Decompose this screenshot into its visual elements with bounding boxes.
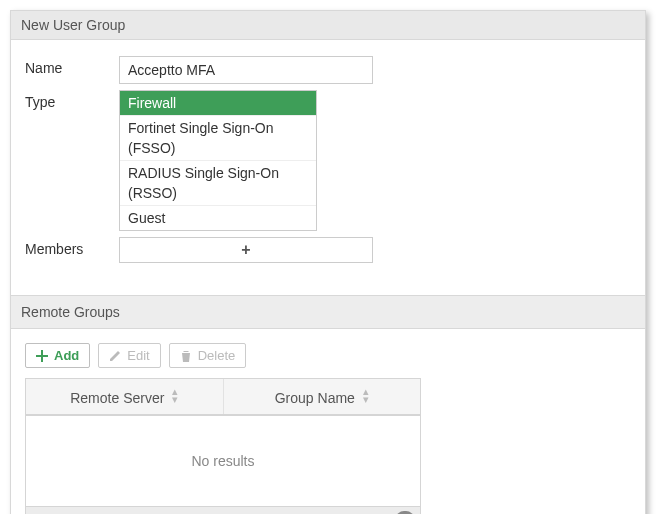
table-footer: 0 xyxy=(26,506,420,514)
type-option-guest[interactable]: Guest xyxy=(120,206,316,230)
type-select[interactable]: Firewall Fortinet Single Sign-On (FSSO) … xyxy=(119,90,317,231)
table-body-empty: No results xyxy=(26,416,420,506)
type-option-firewall[interactable]: Firewall xyxy=(120,91,316,116)
type-label: Type xyxy=(25,90,119,110)
column-group-name[interactable]: Group Name ▴▾ xyxy=(224,379,421,414)
column-label: Group Name xyxy=(275,390,355,406)
remote-groups-toolbar: Add Edit Delete xyxy=(25,343,631,368)
members-add-button[interactable]: + xyxy=(119,237,373,263)
edit-button-label: Edit xyxy=(127,348,149,363)
plus-icon: + xyxy=(241,241,250,259)
empty-text: No results xyxy=(191,453,254,469)
remote-groups-table: Remote Server ▴▾ Group Name ▴▾ No result… xyxy=(25,378,421,514)
add-button[interactable]: Add xyxy=(25,343,90,368)
members-label: Members xyxy=(25,237,119,257)
remote-groups-area: Add Edit Delete Remote Server ▴▾ xyxy=(11,329,645,514)
sort-icon: ▴▾ xyxy=(363,387,369,403)
new-user-group-panel: New User Group Name Type Firewall Fortin… xyxy=(10,10,646,514)
sort-icon: ▴▾ xyxy=(172,387,178,403)
column-remote-server[interactable]: Remote Server ▴▾ xyxy=(26,379,224,414)
type-option-fsso[interactable]: Fortinet Single Sign-On (FSSO) xyxy=(120,116,316,161)
trash-icon xyxy=(180,350,192,362)
form-area: Name Type Firewall Fortinet Single Sign-… xyxy=(11,40,645,277)
row-members: Members + xyxy=(25,237,631,263)
row-type: Type Firewall Fortinet Single Sign-On (F… xyxy=(25,90,631,231)
panel-title: New User Group xyxy=(11,11,645,40)
plus-icon xyxy=(36,350,48,362)
pencil-icon xyxy=(109,350,121,362)
table-header: Remote Server ▴▾ Group Name ▴▾ xyxy=(26,379,420,416)
edit-button[interactable]: Edit xyxy=(98,343,160,368)
row-name: Name xyxy=(25,56,631,84)
add-button-label: Add xyxy=(54,348,79,363)
name-label: Name xyxy=(25,56,119,76)
column-label: Remote Server xyxy=(70,390,164,406)
delete-button-label: Delete xyxy=(198,348,236,363)
remote-groups-header: Remote Groups xyxy=(11,295,645,329)
name-input[interactable] xyxy=(119,56,373,84)
type-option-rsso[interactable]: RADIUS Single Sign-On (RSSO) xyxy=(120,161,316,206)
delete-button[interactable]: Delete xyxy=(169,343,247,368)
